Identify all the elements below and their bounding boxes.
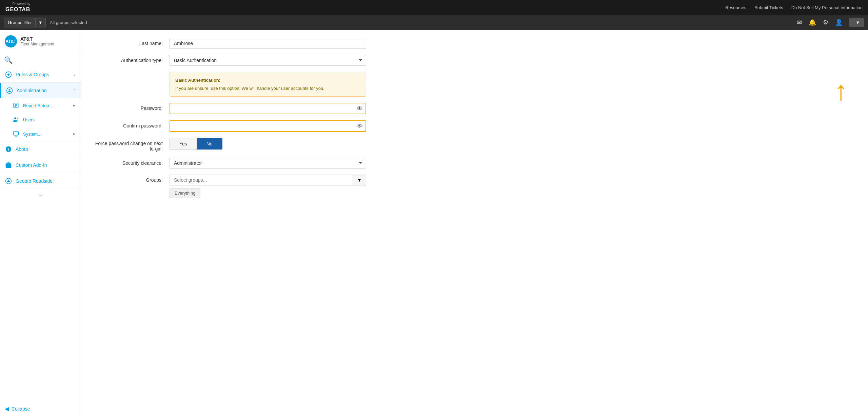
roadside-icon [5,177,12,185]
sidebar-section-roadside: Geotab Roadside [0,173,81,189]
force-pw-label: Force password change on next lo-gin: [95,138,163,152]
system-icon [12,130,20,138]
filter-bar: Groups filter ▼ All groups selected ✉ 🔔 … [0,15,868,30]
auth-notice-title: Basic Authentication: [175,77,360,84]
sidebar-item-roadside[interactable]: Geotab Roadside [0,173,81,189]
password-eye-icon[interactable]: 👁 [357,105,363,112]
sidebar-item-rules-groups[interactable]: Rules & Groups ⌄ [0,67,81,82]
password-control: 👁 [170,103,366,114]
mail-icon-button[interactable]: ✉ [797,19,802,26]
user-menu-button[interactable]: ▼ [849,18,864,27]
sidebar-brand-name: AT&T [20,36,54,42]
main-layout: AT&T AT&T Fleet Management 🔍 Rules & Gro… [0,30,868,416]
sidebar-item-about[interactable]: i About [0,141,81,157]
groups-control: ▼ Everything [170,175,366,198]
filter-bar-right: ✉ 🔔 ⚙ 👤 ▼ [797,18,864,27]
do-not-sell-link[interactable]: Do Not Sell My Personal Information [791,5,863,10]
roadside-label: Geotab Roadside [16,178,76,184]
confirm-password-control: 👁 [170,120,366,132]
resources-link[interactable]: Resources [725,5,746,10]
sidebar-item-report-setup[interactable]: Report Setup... ► [0,98,81,113]
last-name-control [170,38,366,49]
groups-select-dropdown-button[interactable]: ▼ [353,175,366,185]
report-setup-label: Report Setup... [23,103,69,108]
top-nav-right: Resources Submit Tickets Do Not Sell My … [725,5,863,10]
password-label: Password: [95,103,163,111]
sidebar-scroll-down: ⌄ [0,189,81,199]
last-name-input[interactable] [170,38,366,49]
groups-label: Groups: [95,175,163,183]
bell-icon-button[interactable]: 🔔 [809,19,816,26]
report-setup-icon [12,102,20,109]
groups-filter-dropdown[interactable]: ▼ [36,18,46,27]
user-menu-arrow-icon: ▼ [855,20,860,25]
form-container: Last name: Authentication type: Basic Au… [81,30,868,416]
collapse-button[interactable]: ◀ Collapse [0,401,81,416]
collapse-label: Collapse [12,406,30,412]
force-pw-yes-button[interactable]: Yes [170,138,197,150]
top-navigation: Powered by GEOTAB Resources Submit Ticke… [0,0,868,15]
svg-point-1 [7,74,10,76]
sidebar-item-users[interactable]: Users [0,113,81,127]
collapse-arrow-icon: ◀ [5,405,9,412]
sidebar-item-administration[interactable]: Administration ⌃ [0,83,81,98]
content-area: ↑ Last name: Authentication type: Basic … [81,30,868,416]
groups-row: Groups: ▼ Everything [95,175,854,198]
search-icon: 🔍 [4,56,13,64]
force-pw-row: Force password change on next lo-gin: Ye… [95,138,854,152]
custom-addon-label: Custom Add-In [16,162,76,168]
svg-text:i: i [8,147,9,151]
confirm-password-wrapper: 👁 [170,120,366,132]
user-icon-button[interactable]: 👤 [835,19,843,26]
last-name-label: Last name: [95,38,163,46]
groups-tag: Everything [170,188,200,198]
sidebar-item-custom-addon[interactable]: Custom Add-In [0,157,81,173]
sidebar-search-button[interactable]: 🔍 [4,56,77,64]
auth-notice: Basic Authentication: If you are unsure,… [170,72,366,97]
password-input[interactable] [170,103,366,114]
about-icon: i [5,145,12,153]
security-clearance-control: Administrator [170,158,366,169]
settings-icon-button[interactable]: ⚙ [823,19,828,26]
auth-notice-body: If you are unsure, use this option. We w… [175,85,360,92]
administration-icon [6,87,13,94]
rules-groups-label: Rules & Groups [16,72,70,77]
groups-select-wrapper: ▼ [170,175,366,185]
security-clearance-row: Security clearance: Administrator [95,158,854,169]
confirm-password-label: Confirm password: [95,120,163,128]
auth-notice-row: Basic Authentication: If you are unsure,… [95,72,854,97]
about-label: About [16,146,76,152]
force-pw-toggle-group: Yes No [170,138,366,150]
administration-arrow-icon: ⌃ [73,88,76,93]
sidebar: AT&T AT&T Fleet Management 🔍 Rules & Gro… [0,30,81,416]
system-label: System... [23,132,69,137]
submit-tickets-link[interactable]: Submit Tickets [754,5,783,10]
top-nav-left: Powered by GEOTAB [5,2,30,13]
auth-type-select[interactable]: Basic Authentication [170,55,366,66]
confirm-password-input[interactable] [170,120,366,132]
password-wrapper: 👁 [170,103,366,114]
powered-by-label: Powered by GEOTAB [5,2,30,13]
groups-select-input[interactable] [170,175,353,185]
auth-type-label: Authentication type: [95,55,163,63]
groups-filter-button[interactable]: Groups filter [4,18,36,27]
force-pw-no-button[interactable]: No [197,138,222,150]
svg-rect-9 [14,132,19,135]
groups-filter-label: Groups filter [8,20,32,25]
rules-groups-icon [5,71,12,78]
logo-area: Powered by GEOTAB [5,2,30,13]
confirm-password-row: Confirm password: 👁 [95,120,854,132]
sidebar-section-rules: Rules & Groups ⌄ [0,67,81,83]
svg-point-8 [17,118,18,119]
sidebar-section-custom-addon: Custom Add-In [0,157,81,173]
att-logo: AT&T [5,35,17,47]
confirm-password-eye-icon[interactable]: 👁 [357,123,363,130]
sidebar-section-about: i About [0,141,81,157]
users-label: Users [23,117,76,122]
sidebar-item-system[interactable]: System... ► [0,127,81,141]
force-pw-control: Yes No [170,138,366,150]
custom-addon-icon [5,161,12,169]
security-clearance-select[interactable]: Administrator [170,158,366,169]
sidebar-section-administration: Administration ⌃ Report Setup... ► Users [0,83,81,141]
auth-type-control: Basic Authentication [170,55,366,66]
